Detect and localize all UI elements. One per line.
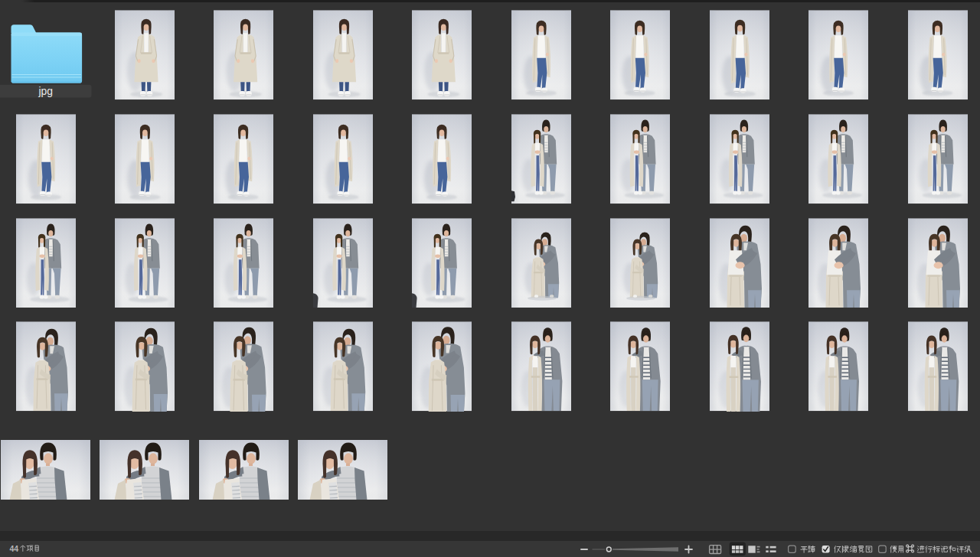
svg-text:jpg: jpg [38,86,52,97]
svg-text:44: 44 [10,544,19,553]
